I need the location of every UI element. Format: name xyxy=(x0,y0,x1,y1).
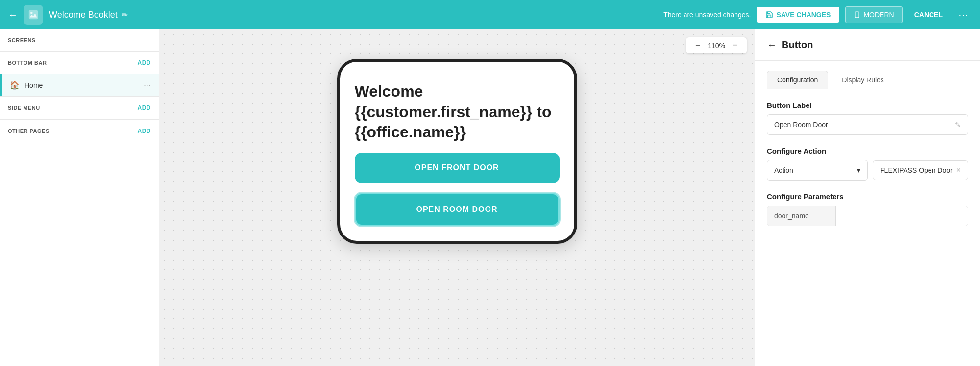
other-pages-section: OTHER PAGES ADD xyxy=(0,120,159,142)
zoom-toolbar: − 110% + xyxy=(686,37,747,53)
app-icon xyxy=(24,5,43,25)
configure-action-section: Configure Action Action ▾ FLEXIPASS Open… xyxy=(767,147,968,181)
open-front-door-button[interactable]: OPEN FRONT DOOR xyxy=(355,153,560,183)
panel-header: ← Button xyxy=(755,29,980,61)
panel-body: Button Label Open Room Door ✎ Configure … xyxy=(755,89,980,238)
more-options-button[interactable]: ⋯ xyxy=(955,7,972,23)
configure-action-heading: Configure Action xyxy=(767,147,968,155)
zoom-in-button[interactable]: + xyxy=(729,40,741,51)
edit-label-icon: ✎ xyxy=(955,121,961,129)
side-menu-section: SIDE MENU ADD xyxy=(0,97,159,119)
screens-header: SCREENS xyxy=(8,37,151,43)
open-room-door-button[interactable]: OPEN ROOM DOOR xyxy=(355,193,560,226)
screens-title: SCREENS xyxy=(8,37,36,43)
sidebar-item-home[interactable]: 🏠 Home ··· xyxy=(0,74,159,96)
back-button[interactable]: ← xyxy=(8,9,18,21)
action-row: Action ▾ FLEXIPASS Open Door × xyxy=(767,160,968,181)
param-key: door_name xyxy=(767,206,836,226)
other-pages-add-button[interactable]: ADD xyxy=(138,128,151,134)
tab-configuration[interactable]: Configuration xyxy=(767,71,828,89)
side-menu-header: SIDE MENU ADD xyxy=(8,105,151,111)
panel-back-button[interactable]: ← xyxy=(767,39,777,51)
save-changes-button[interactable]: SAVE CHANGES xyxy=(757,7,839,23)
right-panel: ← Button Configuration Display Rules But… xyxy=(755,29,980,366)
sidebar: SCREENS BOTTOM BAR ADD 🏠 Home ··· SIDE M… xyxy=(0,29,159,366)
phone-frame: Welcome {{customer.first_name}} to {{off… xyxy=(337,59,577,244)
bottom-bar-add-button[interactable]: ADD xyxy=(138,59,151,66)
param-value-input[interactable] xyxy=(836,206,968,226)
svg-point-1 xyxy=(30,12,33,14)
params-row: door_name xyxy=(767,206,968,226)
panel-title: Button xyxy=(782,39,813,51)
main-layout: SCREENS BOTTOM BAR ADD 🏠 Home ··· SIDE M… xyxy=(0,29,980,366)
svg-rect-0 xyxy=(29,10,38,19)
configure-params-heading: Configure Parameters xyxy=(767,192,968,201)
side-menu-title: SIDE MENU xyxy=(8,105,40,111)
bottom-bar-header: BOTTOM BAR ADD xyxy=(8,59,151,66)
home-label: Home xyxy=(24,81,139,89)
tab-display-rules[interactable]: Display Rules xyxy=(832,71,894,89)
edit-icon[interactable]: ✏ xyxy=(122,10,128,20)
other-pages-header: OTHER PAGES ADD xyxy=(8,128,151,134)
topbar-actions: There are unsaved changes. SAVE CHANGES … xyxy=(663,6,972,23)
svg-rect-2 xyxy=(855,12,859,18)
action-value-chip: FLEXIPASS Open Door × xyxy=(873,160,968,180)
button-label-heading: Button Label xyxy=(767,101,968,109)
unsaved-message: There are unsaved changes. xyxy=(663,11,751,19)
chevron-down-icon: ▾ xyxy=(857,166,860,174)
modern-button[interactable]: MODERN xyxy=(845,6,902,23)
other-pages-title: OTHER PAGES xyxy=(8,128,49,134)
zoom-out-button[interactable]: − xyxy=(692,40,704,51)
app-title: Welcome Booklet ✏ xyxy=(49,10,128,20)
bottom-bar-section: BOTTOM BAR ADD xyxy=(0,52,159,74)
button-label-input[interactable]: Open Room Door ✎ xyxy=(767,114,968,135)
welcome-text: Welcome {{customer.first_name}} to {{off… xyxy=(355,81,560,143)
side-menu-add-button[interactable]: ADD xyxy=(138,105,151,111)
action-remove-button[interactable]: × xyxy=(956,166,961,175)
topbar: ← Welcome Booklet ✏ There are unsaved ch… xyxy=(0,0,980,29)
bottom-bar-title: BOTTOM BAR xyxy=(8,60,47,66)
cancel-button[interactable]: CANCEL xyxy=(908,7,949,23)
action-dropdown[interactable]: Action ▾ xyxy=(767,160,868,181)
button-label-section: Button Label Open Room Door ✎ xyxy=(767,101,968,135)
panel-tabs: Configuration Display Rules xyxy=(755,61,980,89)
zoom-level: 110% xyxy=(708,42,725,50)
home-more-button[interactable]: ··· xyxy=(144,80,151,90)
screens-section: SCREENS xyxy=(0,29,159,51)
configure-parameters-section: Configure Parameters door_name xyxy=(767,192,968,226)
home-icon: 🏠 xyxy=(10,80,20,90)
canvas-area: − 110% + Welcome {{customer.first_name}}… xyxy=(159,29,755,366)
